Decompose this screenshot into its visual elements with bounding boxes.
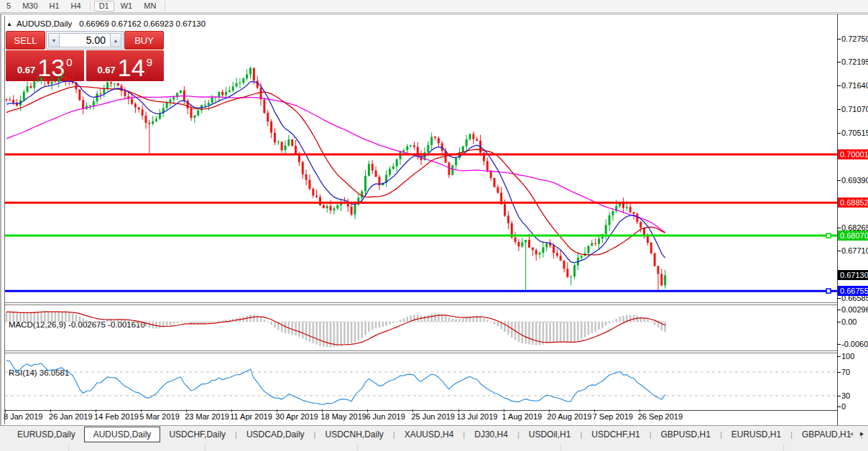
- date-axis-label: 14 Feb 2019: [94, 412, 139, 421]
- current-price-label[interactable]: 0.67130: [838, 270, 868, 280]
- hline-price-label[interactable]: 0.70001: [838, 149, 868, 159]
- macd-axis-label: -0.006047: [841, 340, 868, 349]
- tab-strip: EURUSD,DailyAUDUSD,DailyUSDCHF,Daily|USD…: [0, 426, 868, 443]
- date-axis-label: 11 Apr 2019: [230, 412, 272, 421]
- macd-pane-canvas[interactable]: [5, 305, 837, 350]
- date-axis-tick: [141, 409, 142, 412]
- macd-axis-dash: [837, 310, 841, 310]
- rsi-axis-dash: [837, 396, 841, 396]
- price-tick-label: 0.72750: [841, 34, 868, 44]
- date-axis-tick: [549, 409, 550, 412]
- timeframe-mn[interactable]: MN: [139, 1, 161, 11]
- tab-usdjp[interactable]: USDJP: [863, 427, 868, 442]
- date-axis-tick: [367, 409, 368, 412]
- price-tick-label: 0.67710: [841, 246, 868, 256]
- date-axis-tick: [412, 409, 413, 412]
- date-axis-label: 26 Jan 2019: [49, 412, 93, 421]
- macd-axis-label: 0.002968: [841, 305, 868, 315]
- chart-window: ▲AUDUSD,Daily0.66969 0.67162 0.66923 0.6…: [0, 14, 868, 425]
- date-axis-label: 1 Aug 2019: [502, 412, 542, 421]
- price-tick-dash: [837, 109, 841, 110]
- scroll-tabs-right-icon[interactable]: ▸: [860, 429, 864, 437]
- tab-audusd-daily[interactable]: AUDUSD,Daily: [84, 427, 161, 442]
- rsi-levels: [5, 372, 837, 396]
- date-axis-tick: [594, 409, 595, 412]
- status-strip: [0, 443, 868, 451]
- statusbar-cell-divider: [560, 444, 561, 451]
- price-chart-canvas[interactable]: [5, 17, 837, 302]
- tab-usdchf-h1[interactable]: USDCHF,H1: [583, 427, 648, 442]
- price-tick-dash: [837, 298, 841, 299]
- timeframe-5[interactable]: 5: [1, 1, 16, 11]
- date-axis-tick: [50, 409, 51, 412]
- date-axis-label: 13 Jul 2019: [457, 412, 498, 421]
- rsi-axis-label: 100: [841, 352, 854, 361]
- rsi-axis-label: 30: [841, 391, 850, 401]
- horizontal-lines-group: [5, 154, 837, 293]
- statusbar-cell-divider: [68, 444, 69, 451]
- tab-eurusd-daily[interactable]: EURUSD,Daily: [9, 427, 84, 442]
- price-tick-dash: [837, 180, 841, 181]
- tab-xauusd-h4[interactable]: XAUUSD,H4: [396, 427, 463, 442]
- date-axis-tick: [504, 409, 504, 412]
- date-axis-tick: [231, 409, 232, 412]
- tab-dj30-h4[interactable]: DJ30,H4: [466, 427, 517, 442]
- tab-usdoil-h1[interactable]: USDOil,H1: [520, 427, 580, 442]
- rsi-pane-canvas[interactable]: [5, 353, 837, 410]
- date-axis-tick: [186, 409, 187, 412]
- statusbar-cell-divider: [357, 444, 358, 451]
- price-tick-dash: [837, 228, 841, 228]
- rsi-axis-dash: [837, 406, 841, 407]
- date-axis-tick: [322, 409, 323, 412]
- hline-price-label[interactable]: 0.68070: [838, 231, 868, 241]
- date-axis-label: 25 Jun 2019: [411, 412, 455, 421]
- scroll-tabs-left-icon[interactable]: ◂: [849, 429, 853, 437]
- tab-eurusd-h1[interactable]: EURUSD,H1: [723, 427, 790, 442]
- statusbar-cell-divider: [205, 444, 206, 451]
- tab-usdcnh-daily[interactable]: USDCNH,Daily: [316, 427, 392, 442]
- tab-gbpusd-h1[interactable]: GBPUSD,H1: [652, 427, 719, 442]
- mt4-terminal: 5M30H1H4D1W1MN ▲AUDUSD,Daily0.66969 0.67…: [0, 0, 868, 451]
- date-axis-tick: [96, 409, 96, 412]
- date-axis-label: 23 Mar 2019: [185, 412, 229, 421]
- macd-axis-label: 0.00: [841, 317, 857, 327]
- price-tick-label: 0.69390: [841, 176, 868, 185]
- tab-usdchf-daily[interactable]: USDCHF,Daily: [160, 427, 234, 442]
- timeframe-w1[interactable]: W1: [116, 1, 138, 11]
- price-tick-dash: [837, 62, 841, 62]
- date-axis-label: 18 May 2019: [320, 412, 366, 421]
- macd-signal-line: [6, 312, 665, 345]
- toolbar-separator: [165, 1, 165, 11]
- price-tick-dash: [837, 133, 841, 134]
- date-axis-label: 30 Apr 2019: [275, 412, 318, 421]
- date-axis-label: 7 Sep 2019: [593, 412, 633, 421]
- hline-price-label[interactable]: 0.66755: [838, 286, 868, 296]
- rsi-axis-dash: [837, 356, 841, 357]
- tab-scroll-buttons: ◂ ▸: [849, 429, 864, 437]
- price-tick-dash: [837, 85, 841, 86]
- pane-separator: [4, 410, 838, 411]
- tab-usdcad-daily[interactable]: USDCAD,Daily: [238, 427, 313, 442]
- timeframe-h4[interactable]: H4: [66, 1, 86, 11]
- chart-tab-bar: EURUSD,DailyAUDUSD,DailyUSDCHF,Daily|USD…: [0, 425, 868, 451]
- date-axis-label: 20 Aug 2019: [548, 412, 592, 421]
- statusbar-cell-divider: [783, 444, 784, 451]
- timeframe-d1[interactable]: D1: [94, 1, 114, 11]
- macd-axis-dash: [837, 344, 841, 345]
- date-axis-label: 8 Jan 2019: [4, 412, 42, 421]
- price-tick-label: 0.71640: [841, 81, 868, 90]
- rsi-line: [6, 361, 665, 404]
- macd-axis-dash: [837, 322, 841, 322]
- hline-price-label[interactable]: 0.68852: [838, 197, 868, 208]
- date-axis-tick: [458, 409, 459, 412]
- date-axis-tick: [5, 409, 6, 412]
- rsi-axis-label: 70: [841, 368, 850, 377]
- date-axis-label: 26 Sep 2019: [638, 412, 683, 421]
- timeframe-h1[interactable]: H1: [45, 1, 65, 11]
- price-axis-border: [837, 14, 838, 425]
- timeframe-m30[interactable]: M30: [17, 1, 42, 11]
- price-tick-label: 0.70515: [841, 129, 868, 138]
- toolbar-separator: [90, 1, 91, 11]
- price-tick-label: 0.71070: [841, 105, 868, 114]
- price-tick-dash: [837, 39, 841, 39]
